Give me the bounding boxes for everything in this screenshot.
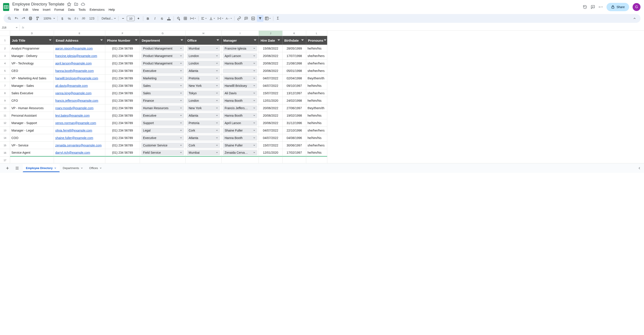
- column-header-K[interactable]: K: [282, 31, 306, 36]
- sheet-tab-caret-icon[interactable]: [80, 167, 83, 169]
- sheet-tab-offices[interactable]: Offices: [86, 164, 105, 172]
- undo-icon[interactable]: [13, 15, 20, 22]
- move-folder-icon[interactable]: [74, 2, 78, 6]
- sheets-app-icon[interactable]: [2, 3, 10, 11]
- cell-hire-date[interactable]: 15/06/2022: [259, 45, 282, 52]
- cell-office[interactable]: Atlanta: [186, 134, 222, 142]
- cell-email[interactable]: zenaida.cervantes@example.com: [54, 142, 105, 149]
- cell-office[interactable]: Pretoria: [186, 74, 222, 82]
- merge-cells-icon[interactable]: [189, 15, 197, 22]
- cell-office[interactable]: Mumbai: [186, 149, 222, 157]
- email-link[interactable]: francis.jefferson@example.com: [55, 99, 98, 102]
- office-chip[interactable]: London: [187, 98, 220, 103]
- print-icon[interactable]: [27, 15, 34, 22]
- row-header-8[interactable]: 8: [0, 89, 10, 97]
- empty-cell[interactable]: [306, 157, 327, 163]
- cell-manager[interactable]: Shaine Fuller: [222, 142, 259, 149]
- table-header-manager[interactable]: Manager: [222, 36, 259, 45]
- table-header-pronouns[interactable]: Pronouns: [306, 36, 327, 45]
- cell-birthdate[interactable]: 31/12/1996: [282, 119, 306, 127]
- cell-birthdate[interactable]: 17/02/1997: [282, 149, 306, 157]
- sheet-tab-caret-icon[interactable]: [54, 167, 56, 169]
- cell-phone[interactable]: (01) 234 56789: [105, 82, 140, 89]
- empty-cell[interactable]: [282, 157, 306, 163]
- office-chip[interactable]: New York: [187, 83, 220, 88]
- office-chip[interactable]: Atlanta: [187, 113, 220, 118]
- cell-birthdate[interactable]: 05/01/1998: [282, 67, 306, 74]
- office-chip[interactable]: Pretoria: [187, 76, 220, 81]
- decrease-decimal-icon[interactable]: .0: [73, 15, 80, 22]
- cell-phone[interactable]: (01) 234 56789: [105, 89, 140, 97]
- text-color-icon[interactable]: A: [166, 15, 172, 22]
- cell-manager[interactable]: Ali Davis: [222, 89, 259, 97]
- cell-office[interactable]: Tokyo: [186, 89, 222, 97]
- filter-dropdown-icon[interactable]: [134, 38, 138, 42]
- email-link[interactable]: harwilll.bricksey@example.com: [55, 76, 98, 80]
- spreadsheet-grid[interactable]: DEFGHIJKL1Job TitleEmail AddressPhone Nu…: [0, 31, 644, 163]
- row-header-13[interactable]: 13: [0, 127, 10, 134]
- email-link[interactable]: hanna.booth@example.com: [55, 69, 94, 72]
- cell-job-title[interactable]: VP - Marketing And Sales: [10, 74, 54, 82]
- cell-pronouns[interactable]: he/him/his: [306, 134, 327, 142]
- cell-hire-date[interactable]: 12/01/2020: [259, 97, 282, 104]
- cell-job-title[interactable]: VP - Service: [10, 142, 54, 149]
- column-header-D[interactable]: D: [10, 31, 54, 36]
- manager-chip[interactable]: Hanna Booth: [223, 61, 257, 66]
- cell-phone[interactable]: (01) 234 56789: [105, 112, 140, 119]
- cell-hire-date[interactable]: 20/06/2022: [259, 52, 282, 60]
- cell-department[interactable]: Sales: [140, 82, 186, 89]
- filter-dropdown-icon[interactable]: [301, 38, 304, 42]
- row-header-5[interactable]: 5: [0, 67, 10, 74]
- column-header-L[interactable]: L: [306, 31, 327, 36]
- cell-email[interactable]: vanna.king@example.com: [54, 89, 105, 97]
- cell-birthdate[interactable]: 19/02/1998: [282, 112, 306, 119]
- row-header-12[interactable]: 12: [0, 119, 10, 127]
- font-size-decrease-icon[interactable]: [120, 15, 126, 22]
- more-formats-dropdown[interactable]: 123: [87, 15, 96, 22]
- department-chip[interactable]: Field Service: [141, 150, 184, 155]
- table-header-hire-date[interactable]: Hire Date: [259, 36, 282, 45]
- cell-manager[interactable]: Hanna Booth: [222, 74, 259, 82]
- cell-department[interactable]: Executive: [140, 112, 186, 119]
- cell-email[interactable]: aaron.nixon@example.com: [54, 45, 105, 52]
- cell-hire-date[interactable]: 12/01/2020: [259, 149, 282, 157]
- column-header-I[interactable]: I: [222, 31, 259, 36]
- empty-cell[interactable]: [222, 157, 259, 163]
- cell-hire-date[interactable]: 20/06/2022: [259, 119, 282, 127]
- row-header-15[interactable]: 15: [0, 142, 10, 149]
- cell-hire-date[interactable]: 15/07/2022: [259, 142, 282, 149]
- office-chip[interactable]: London: [187, 53, 220, 58]
- menu-view[interactable]: View: [30, 7, 40, 12]
- meet-icon[interactable]: [598, 5, 603, 9]
- department-chip[interactable]: Sales: [141, 90, 184, 96]
- email-link[interactable]: vanna.king@example.com: [55, 91, 92, 95]
- manager-chip[interactable]: Francis Jeffers…: [223, 105, 257, 111]
- cell-birthdate[interactable]: 22/10/1996: [282, 127, 306, 134]
- font-size-increase-icon[interactable]: [135, 15, 142, 22]
- cell-manager[interactable]: Harwilll Bricksey: [222, 82, 259, 89]
- select-all-corner[interactable]: [0, 31, 10, 36]
- department-chip[interactable]: Executive: [141, 135, 184, 141]
- cell-pronouns[interactable]: he/him/his: [306, 82, 327, 89]
- cell-birthdate[interactable]: 02/04/1998: [282, 74, 306, 82]
- row-header-3[interactable]: 3: [0, 52, 10, 60]
- empty-cell[interactable]: [105, 157, 140, 163]
- department-chip[interactable]: Legal: [141, 128, 184, 133]
- doc-title[interactable]: Employee Directory Template: [12, 2, 64, 6]
- manager-chip[interactable]: Shaine Fuller: [223, 143, 257, 148]
- filter-dropdown-icon[interactable]: [100, 38, 103, 42]
- cell-email[interactable]: april.larson@example.com: [54, 60, 105, 67]
- cell-department[interactable]: Executive: [140, 134, 186, 142]
- cell-department[interactable]: Field Service: [140, 149, 186, 157]
- cell-department[interactable]: Support: [140, 119, 186, 127]
- menu-insert[interactable]: Insert: [41, 7, 52, 12]
- cell-department[interactable]: Legal: [140, 127, 186, 134]
- email-link[interactable]: darryl.rich@example.com: [55, 151, 90, 154]
- bold-icon[interactable]: B: [144, 15, 151, 22]
- fill-color-icon[interactable]: [175, 15, 182, 22]
- row-header-2[interactable]: 2: [0, 45, 10, 52]
- cell-office[interactable]: Cork: [186, 142, 222, 149]
- office-chip[interactable]: London: [187, 61, 220, 66]
- cell-phone[interactable]: (01) 234 56789: [105, 134, 140, 142]
- currency-icon[interactable]: $: [59, 15, 66, 22]
